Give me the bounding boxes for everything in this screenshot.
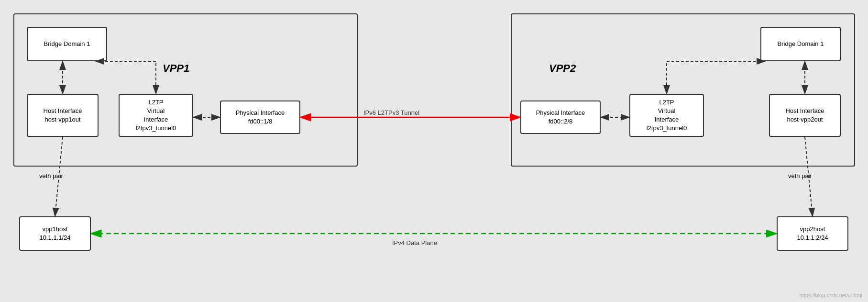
vpp2-label: VPP2 bbox=[549, 62, 576, 75]
vpp1-host-interface-line1: Host Interface bbox=[44, 107, 82, 115]
vpp1-bridge-domain-text: Bridge Domain 1 bbox=[44, 40, 90, 48]
diagram-canvas: VPP1 Bridge Domain 1 Host Interface host… bbox=[0, 0, 868, 302]
vpp1-host-node-line1: vpp1host bbox=[43, 225, 68, 234]
data-plane-label: IPv4 Data Plane bbox=[392, 239, 437, 246]
vpp1-phys-line1: Physical Interface bbox=[236, 109, 285, 117]
vpp1-label: VPP1 bbox=[163, 62, 189, 75]
vpp1-host-node-line2: 10.1.1.1/24 bbox=[39, 234, 70, 242]
vpp2-l2tp-line4: l2tpv3_tunnel0 bbox=[647, 124, 687, 133]
vpp1-l2tp-line2: Virtual bbox=[147, 107, 165, 115]
vpp1-l2tp-line4: l2tpv3_tunnel0 bbox=[136, 124, 176, 133]
watermark: https://blog.csdn.net/u.html bbox=[800, 292, 862, 298]
vpp2-host-node-line1: vpp2host bbox=[800, 225, 825, 234]
vpp2-phys-line2: fd00::2/8 bbox=[549, 117, 573, 126]
vpp2-physical-interface: Physical Interface fd00::2/8 bbox=[520, 101, 601, 134]
vpp1-host-node: vpp1host 10.1.1.1/24 bbox=[19, 216, 91, 251]
vpp1-l2tp-interface: L2TP Virtual Interface l2tpv3_tunnel0 bbox=[119, 94, 193, 137]
vpp1-l2tp-line1: L2TP bbox=[148, 98, 163, 107]
vpp2-bridge-domain-text: Bridge Domain 1 bbox=[778, 40, 824, 48]
vpp2-host-interface: Host Interface host-vpp2out bbox=[769, 94, 841, 137]
vpp1-bridge-domain: Bridge Domain 1 bbox=[27, 27, 107, 61]
vpp1-phys-line2: fd00::1/8 bbox=[248, 117, 273, 126]
vpp2-l2tp-line3: Interface bbox=[655, 115, 679, 124]
vpp2-host-node: vpp2host 10.1.1.2/24 bbox=[777, 216, 848, 251]
vpp2-bridge-domain: Bridge Domain 1 bbox=[760, 27, 841, 61]
vpp1-host-interface: Host Interface host-vpp1out bbox=[27, 94, 99, 137]
vpp2-host-interface-line2: host-vpp2out bbox=[787, 115, 823, 124]
vpp1-veth-label: veth pair bbox=[39, 172, 63, 179]
vpp2-veth-label: veth pair bbox=[788, 172, 812, 179]
vpp1-physical-interface: Physical Interface fd00::1/8 bbox=[220, 101, 300, 134]
vpp2-l2tp-interface: L2TP Virtual Interface l2tpv3_tunnel0 bbox=[629, 94, 704, 137]
vpp1-host-interface-line2: host-vpp1out bbox=[44, 115, 80, 124]
vpp2-l2tp-line1: L2TP bbox=[659, 98, 674, 107]
vpp2-l2tp-line2: Virtual bbox=[658, 107, 676, 115]
vpp2-host-node-line2: 10.1.1.2/24 bbox=[797, 234, 828, 242]
vpp1-l2tp-line3: Interface bbox=[144, 115, 168, 124]
tunnel-label: IPv6 L2TPv3 Tunnel bbox=[363, 109, 419, 116]
vpp2-phys-line1: Physical Interface bbox=[536, 109, 585, 117]
vpp2-host-interface-line1: Host Interface bbox=[786, 107, 824, 115]
